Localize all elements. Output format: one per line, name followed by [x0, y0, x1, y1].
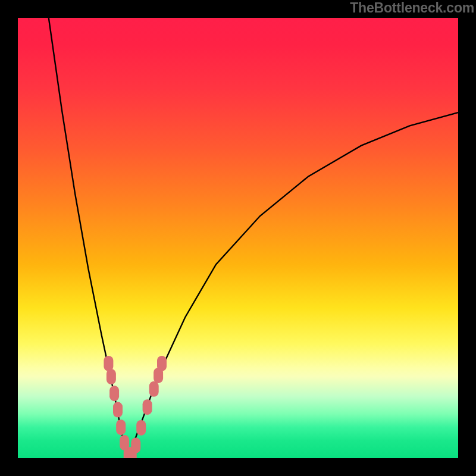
marker-dot: [149, 381, 159, 397]
marker-dot: [104, 356, 113, 371]
marker-dot: [136, 420, 146, 436]
watermark-label: TheBottleneck.com: [350, 0, 474, 16]
highlighted-points: [104, 356, 167, 458]
marker-dot: [157, 356, 167, 371]
marker-dot: [113, 402, 123, 418]
marker-dot: [116, 419, 126, 435]
chart-area: [18, 18, 458, 458]
marker-dot: [109, 386, 119, 401]
bottleneck-curve-right: [128, 112, 458, 458]
chart-svg: [18, 18, 458, 458]
marker-dot: [143, 399, 152, 415]
marker-dot: [131, 438, 140, 453]
marker-dot: [107, 369, 116, 384]
